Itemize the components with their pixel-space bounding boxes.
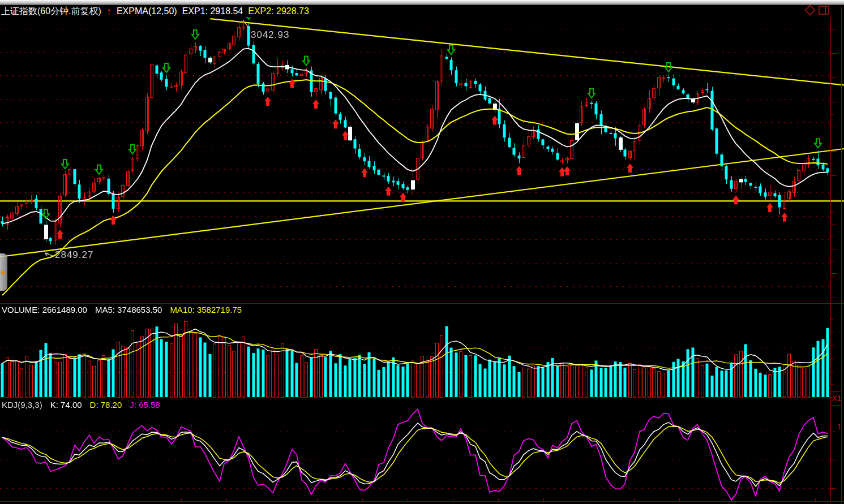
x1-pane-label: X1	[832, 394, 842, 403]
kdj-d-label: D: 78.20	[90, 400, 122, 410]
sidebar-expander-tab[interactable]: ▶	[0, 253, 7, 291]
split-window-icon[interactable]	[819, 6, 829, 15]
main-chart-header: 上证指数(60分钟.前复权) ↑ EXPMA(12,50) EXP1: 2918…	[1, 5, 309, 18]
x1-box-top	[830, 391, 842, 392]
kdj-name-label[interactable]: KDJ(9,3,3)	[2, 400, 42, 410]
main-volume-separator	[0, 303, 844, 304]
expander-arrow-icon: ▶	[1, 269, 6, 276]
window-top-edge	[0, 0, 844, 5]
x1-box-bottom	[830, 405, 842, 406]
kdj-chart-canvas[interactable]	[0, 399, 844, 504]
diamond-icon[interactable]	[804, 5, 816, 16]
kdj-axis-value: 1	[837, 422, 842, 431]
kdj-panel-header: KDJ(9,3,3) K: 74.00 D: 78.20 J: 65.58	[2, 400, 160, 410]
volume-panel-header: VOLUME: 2661489.00 MA5: 3748653.50 MA10:…	[2, 305, 242, 315]
exp2-value-label: EXP2: 2928.73	[248, 6, 309, 16]
trough-price-annotation: 2849.27	[55, 249, 93, 261]
volume-kdj-separator	[0, 398, 844, 398]
volume-ma5-label: MA5: 3748653.50	[95, 305, 162, 315]
volume-chart-canvas[interactable]	[0, 304, 844, 398]
kdj-j-label: J: 65.58	[130, 400, 160, 410]
symbol-period-label[interactable]: 上证指数(60分钟.前复权)	[1, 6, 101, 18]
indicator-name-label[interactable]: EXPMA(12,50)	[117, 6, 177, 16]
stock-terminal-window: 上证指数(60分钟.前复权) ↑ EXPMA(12,50) EXP1: 2918…	[0, 0, 844, 504]
trend-up-arrow-icon: ↑	[106, 7, 112, 16]
kdj-k-label: K: 74.00	[50, 400, 82, 410]
right-axis-line	[830, 17, 831, 501]
volume-ma10-label: MA10: 3582719.75	[170, 305, 242, 315]
split-window-icon-divider	[825, 7, 826, 14]
peak-price-annotation: 3042.93	[251, 29, 289, 41]
bottom-axis-line	[0, 501, 844, 502]
volume-value-label: VOLUME: 2661489.00	[2, 305, 87, 315]
exp1-value-label: EXP1: 2918.54	[182, 6, 243, 16]
main-price-chart-canvas[interactable]	[0, 17, 844, 304]
